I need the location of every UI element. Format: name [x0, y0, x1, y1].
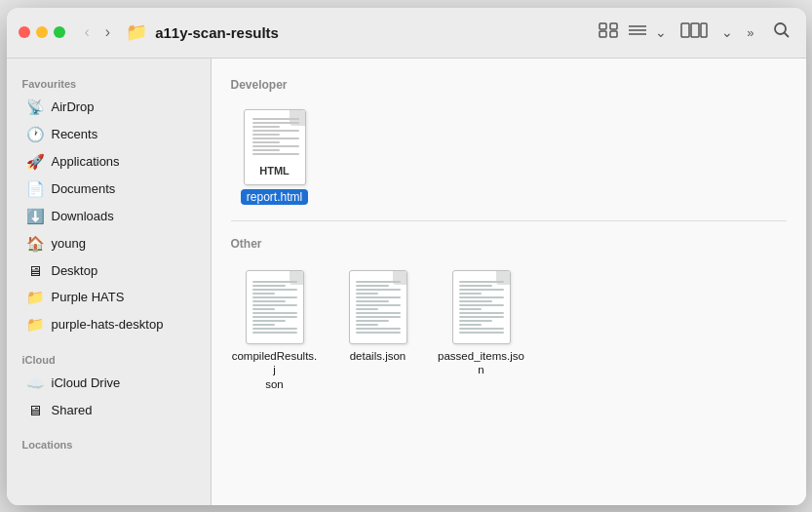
- gdoc-line: [459, 316, 504, 318]
- svg-point-10: [775, 23, 786, 34]
- sidebar-item-desktop[interactable]: 🖥 Desktop: [11, 257, 207, 284]
- sidebar-item-icloud-drive[interactable]: ☁️ iCloud Drive: [11, 370, 207, 397]
- titlebar: ‹ › 📁 a11y-scan-results: [7, 8, 806, 59]
- file-item-passed-items[interactable]: passed_items.json: [438, 262, 525, 378]
- airdrop-icon: 📡: [26, 98, 44, 116]
- gdoc-line-med: [356, 300, 390, 302]
- traffic-lights: [19, 26, 65, 38]
- svg-rect-2: [599, 31, 606, 37]
- sidebar-item-label: purple-hats-desktop: [52, 317, 164, 332]
- sidebar-item-recents[interactable]: 🕐 Recents: [11, 121, 207, 148]
- locations-label: Locations: [7, 433, 211, 454]
- section-divider: [231, 220, 787, 221]
- list-view-button[interactable]: [624, 20, 651, 44]
- gdoc-line-med: [252, 285, 287, 287]
- icon-view-button[interactable]: [595, 20, 622, 44]
- purple-hats-icon: 📁: [26, 289, 44, 306]
- back-button[interactable]: ‹: [81, 21, 94, 43]
- finder-window: ‹ › 📁 a11y-scan-results: [7, 8, 806, 505]
- sidebar-item-label: Shared: [52, 403, 93, 417]
- sidebar-item-purple-hats-desktop[interactable]: 📁 purple-hats-desktop: [11, 311, 207, 338]
- desktop-icon: 🖥: [26, 262, 44, 279]
- svg-rect-8: [691, 23, 699, 37]
- gdoc-line-med: [356, 320, 390, 322]
- generic-doc-shape: [246, 270, 304, 344]
- gdoc-line: [356, 281, 401, 283]
- toolbar-right: ⌄ ⌄ »: [595, 20, 793, 45]
- more-button[interactable]: »: [743, 23, 758, 42]
- doc-line: [252, 130, 299, 132]
- icloud-label: iCloud: [7, 348, 211, 370]
- generic-doc-shape: [452, 270, 511, 344]
- other-section-header: Other: [231, 237, 787, 251]
- html-file-icon: HTML: [240, 103, 310, 185]
- sidebar-item-label: iCloud Drive: [52, 375, 121, 390]
- dropdown-icon: ⌄: [721, 24, 733, 40]
- sidebar-item-label: Downloads: [52, 209, 114, 223]
- gdoc-lines: [356, 281, 401, 335]
- gdoc-line-med: [356, 285, 390, 287]
- window-title: a11y-scan-results: [155, 24, 279, 41]
- gdoc-line: [252, 281, 297, 283]
- column-view-button[interactable]: [677, 20, 712, 44]
- gdoc-line-short: [356, 324, 378, 326]
- gdoc-line-med: [459, 300, 493, 302]
- forward-button[interactable]: ›: [101, 21, 114, 43]
- sidebar-item-airdrop[interactable]: 📡 AirDrop: [11, 94, 207, 121]
- doc-line-short: [252, 126, 281, 128]
- gdoc-line-short: [356, 308, 378, 310]
- gdoc-line: [252, 312, 297, 314]
- gdoc-line: [252, 332, 297, 334]
- file-label-passed: passed_items.json: [438, 349, 524, 378]
- html-badge: HTML: [259, 165, 290, 177]
- sidebar-item-purple-hats[interactable]: 📁 Purple HATS: [11, 284, 207, 311]
- other-file-grid: compiledResults.json: [231, 262, 787, 393]
- documents-icon: 📄: [26, 180, 44, 198]
- sidebar-item-label: Applications: [52, 154, 120, 169]
- search-button[interactable]: [769, 20, 794, 45]
- generic-doc-shape: [349, 270, 407, 344]
- sidebar-item-label: Desktop: [52, 263, 98, 278]
- sidebar-item-downloads[interactable]: ⬇️ Downloads: [11, 203, 207, 230]
- gdoc-line-short: [459, 324, 482, 326]
- sidebar-item-documents[interactable]: 📄 Documents: [11, 176, 207, 203]
- close-button[interactable]: [19, 26, 30, 38]
- view-toggle: ⌄: [595, 20, 667, 44]
- icloud-icon: ☁️: [26, 374, 44, 392]
- gdoc-line-short: [252, 324, 275, 326]
- maximize-button[interactable]: [54, 26, 65, 38]
- generic-file-icon: [343, 262, 413, 344]
- main-area: Favourites 📡 AirDrop 🕐 Recents 🚀 Applica…: [7, 59, 806, 505]
- gdoc-line: [356, 328, 401, 330]
- gdoc-line: [459, 312, 504, 314]
- gdoc-line-short: [459, 293, 482, 295]
- recents-icon: 🕐: [26, 126, 44, 143]
- gdoc-line-short: [252, 308, 275, 310]
- gdoc-line: [459, 289, 504, 291]
- generic-file-icon: [240, 262, 310, 344]
- gdoc-line: [459, 304, 504, 306]
- sidebar-item-shared[interactable]: 🖥 Shared: [11, 397, 207, 423]
- svg-rect-7: [681, 23, 689, 37]
- sidebar-item-applications[interactable]: 🚀 Applications: [11, 148, 207, 176]
- gdoc-line: [356, 312, 401, 314]
- gdoc-line: [356, 316, 401, 318]
- gdoc-line-short: [459, 308, 482, 310]
- gdoc-line-med: [459, 320, 493, 322]
- gdoc-line: [356, 296, 401, 298]
- gdoc-line-short: [356, 293, 378, 295]
- developer-section-header: Developer: [231, 78, 787, 92]
- file-item-report-html[interactable]: HTML report.html: [231, 103, 319, 205]
- home-icon: 🏠: [26, 235, 44, 253]
- chevron-down-icon: ⌄: [655, 24, 667, 40]
- file-label-compiled: compiledResults.json: [231, 349, 319, 393]
- file-item-compiled-results[interactable]: compiledResults.json: [231, 262, 319, 393]
- html-doc-shape: HTML: [244, 109, 306, 185]
- minimize-button[interactable]: [36, 26, 48, 38]
- gdoc-line: [356, 304, 401, 306]
- file-item-details-json[interactable]: details.json: [334, 262, 422, 364]
- shared-icon: 🖥: [26, 402, 44, 418]
- gdoc-line-med: [252, 300, 287, 302]
- doc-line: [252, 145, 299, 147]
- sidebar-item-young[interactable]: 🏠 young: [11, 230, 207, 257]
